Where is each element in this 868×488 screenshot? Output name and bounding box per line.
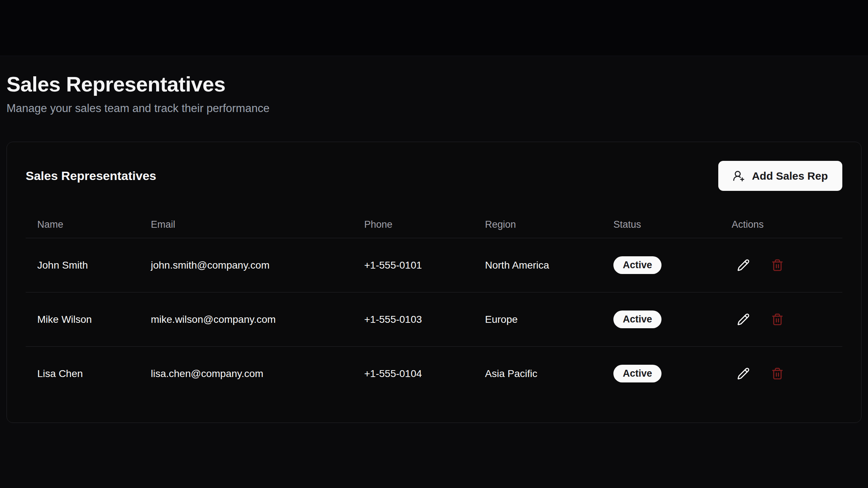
rep-phone: +1-555-0104 [353,347,473,401]
rep-name: Lisa Chen [26,347,139,401]
column-header-actions: Actions [720,211,842,238]
trash-icon [771,259,784,271]
page-title: Sales Representatives [7,72,861,97]
column-header-status: Status [602,211,720,238]
trash-icon [771,313,784,326]
sales-reps-table: Name Email Phone Region Status Actions J… [26,211,842,401]
rep-phone: +1-555-0103 [353,292,473,347]
trash-icon [771,367,784,380]
status-badge: Active [613,256,661,274]
column-header-phone: Phone [353,211,473,238]
status-badge: Active [613,365,661,382]
row-actions [732,308,842,331]
rep-region: Asia Pacific [473,347,602,401]
rep-phone: +1-555-0101 [353,238,473,292]
card-title: Sales Representatives [26,169,156,183]
column-header-email: Email [139,211,353,238]
row-actions [732,254,842,277]
rep-email: mike.wilson@company.com [139,292,353,347]
delete-button[interactable] [766,362,789,385]
sales-reps-card: Sales Representatives Add Sales Rep [7,142,861,423]
rep-name: John Smith [26,238,139,292]
page-subtitle: Manage your sales team and track their p… [7,102,861,115]
user-plus-icon [733,170,745,182]
card-header: Sales Representatives Add Sales Rep [26,161,842,191]
column-header-region: Region [473,211,602,238]
page-header: Sales Representatives Manage your sales … [7,0,861,115]
pencil-icon [737,367,750,380]
delete-button[interactable] [766,308,789,331]
delete-button[interactable] [766,254,789,277]
status-badge: Active [613,311,661,328]
table-header-row: Name Email Phone Region Status Actions [26,211,842,238]
table-row: Mike Wilson mike.wilson@company.com +1-5… [26,292,842,347]
edit-button[interactable] [732,308,755,331]
rep-name: Mike Wilson [26,292,139,347]
table-row: Lisa Chen lisa.chen@company.com +1-555-0… [26,347,842,401]
pencil-icon [737,313,750,326]
edit-button[interactable] [732,362,755,385]
add-sales-rep-button[interactable]: Add Sales Rep [718,161,842,191]
row-actions [732,362,842,385]
pencil-icon [737,259,750,271]
edit-button[interactable] [732,254,755,277]
table-row: John Smith john.smith@company.com +1-555… [26,238,842,292]
add-sales-rep-label: Add Sales Rep [752,170,828,182]
page: Sales Representatives Manage your sales … [0,0,868,423]
rep-region: Europe [473,292,602,347]
rep-region: North America [473,238,602,292]
column-header-name: Name [26,211,139,238]
rep-email: lisa.chen@company.com [139,347,353,401]
rep-email: john.smith@company.com [139,238,353,292]
